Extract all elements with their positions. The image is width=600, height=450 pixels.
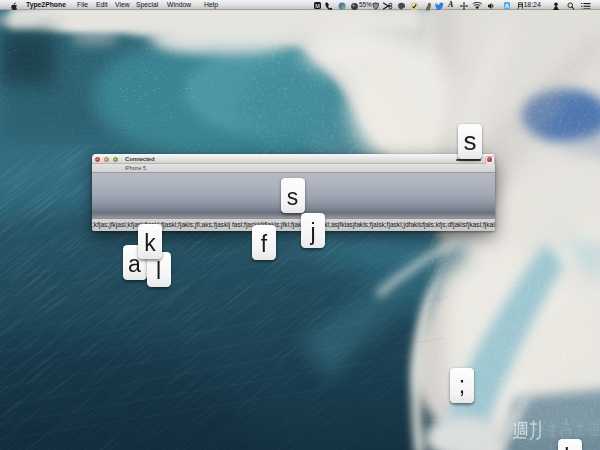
svg-text:M: M bbox=[315, 3, 320, 9]
svg-text:A: A bbox=[505, 3, 510, 9]
